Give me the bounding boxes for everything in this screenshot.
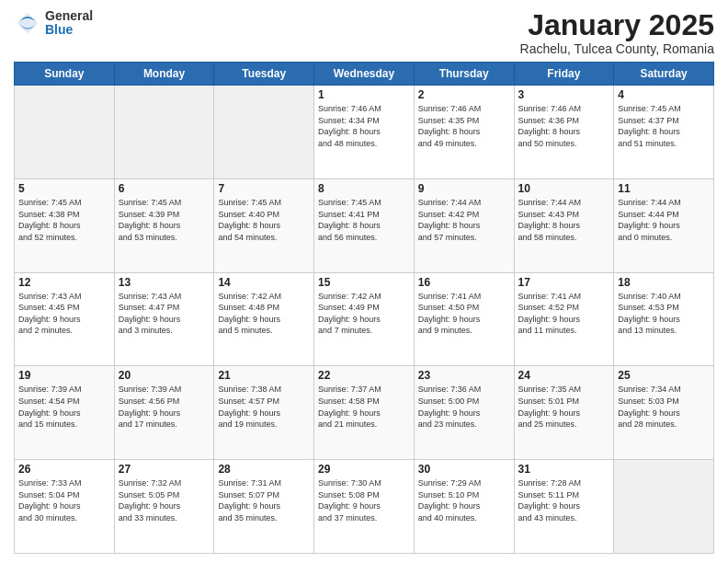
calendar-cell: 21Sunrise: 7:38 AMSunset: 4:57 PMDayligh… xyxy=(214,366,314,460)
day-number: 2 xyxy=(418,88,510,101)
day-info: Sunrise: 7:45 AMSunset: 4:40 PMDaylight:… xyxy=(218,197,310,243)
calendar-cell: 18Sunrise: 7:40 AMSunset: 4:53 PMDayligh… xyxy=(614,272,714,366)
day-info: Sunrise: 7:44 AMSunset: 4:44 PMDaylight:… xyxy=(618,197,710,243)
day-number: 5 xyxy=(18,182,110,195)
calendar-cell: 13Sunrise: 7:43 AMSunset: 4:47 PMDayligh… xyxy=(114,272,214,366)
calendar-cell: 7Sunrise: 7:45 AMSunset: 4:40 PMDaylight… xyxy=(214,178,314,272)
day-info: Sunrise: 7:40 AMSunset: 4:53 PMDaylight:… xyxy=(618,291,710,337)
calendar-cell: 15Sunrise: 7:42 AMSunset: 4:49 PMDayligh… xyxy=(314,272,415,366)
header-saturday: Saturday xyxy=(614,63,714,86)
calendar-cell: 12Sunrise: 7:43 AMSunset: 4:45 PMDayligh… xyxy=(15,272,115,366)
day-info: Sunrise: 7:35 AMSunset: 5:01 PMDaylight:… xyxy=(518,384,610,430)
calendar-cell: 9Sunrise: 7:44 AMSunset: 4:42 PMDaylight… xyxy=(414,178,514,272)
day-info: Sunrise: 7:41 AMSunset: 4:50 PMDaylight:… xyxy=(418,291,510,337)
calendar-cell: 29Sunrise: 7:30 AMSunset: 5:08 PMDayligh… xyxy=(314,460,415,554)
day-info: Sunrise: 7:43 AMSunset: 4:45 PMDaylight:… xyxy=(18,291,110,337)
week-row-2: 5Sunrise: 7:45 AMSunset: 4:38 PMDaylight… xyxy=(15,178,714,272)
calendar-cell xyxy=(114,86,214,179)
week-row-3: 12Sunrise: 7:43 AMSunset: 4:45 PMDayligh… xyxy=(15,272,714,366)
calendar-cell: 4Sunrise: 7:45 AMSunset: 4:37 PMDaylight… xyxy=(614,86,714,179)
calendar-table: Sunday Monday Tuesday Wednesday Thursday… xyxy=(14,62,714,554)
day-info: Sunrise: 7:46 AMSunset: 4:34 PMDaylight:… xyxy=(318,103,410,149)
day-number: 31 xyxy=(518,463,610,476)
day-info: Sunrise: 7:45 AMSunset: 4:38 PMDaylight:… xyxy=(18,197,110,243)
week-row-4: 19Sunrise: 7:39 AMSunset: 4:54 PMDayligh… xyxy=(15,366,714,460)
day-number: 15 xyxy=(318,276,410,289)
calendar-cell: 8Sunrise: 7:45 AMSunset: 4:41 PMDaylight… xyxy=(314,178,415,272)
calendar-cell: 5Sunrise: 7:45 AMSunset: 4:38 PMDaylight… xyxy=(15,178,115,272)
logo-icon xyxy=(14,9,41,37)
header-wednesday: Wednesday xyxy=(314,63,415,86)
day-info: Sunrise: 7:45 AMSunset: 4:41 PMDaylight:… xyxy=(318,197,410,243)
calendar-cell: 17Sunrise: 7:41 AMSunset: 4:52 PMDayligh… xyxy=(514,272,614,366)
calendar-cell: 31Sunrise: 7:28 AMSunset: 5:11 PMDayligh… xyxy=(514,460,614,554)
day-number: 26 xyxy=(18,463,110,476)
day-number: 24 xyxy=(518,369,610,382)
day-number: 12 xyxy=(18,276,110,289)
day-number: 28 xyxy=(218,463,310,476)
day-number: 9 xyxy=(418,182,510,195)
day-info: Sunrise: 7:45 AMSunset: 4:39 PMDaylight:… xyxy=(119,197,210,243)
calendar-cell: 20Sunrise: 7:39 AMSunset: 4:56 PMDayligh… xyxy=(114,366,214,460)
day-number: 1 xyxy=(318,88,410,101)
week-row-5: 26Sunrise: 7:33 AMSunset: 5:04 PMDayligh… xyxy=(15,460,714,554)
day-number: 18 xyxy=(618,276,710,289)
header-monday: Monday xyxy=(114,63,214,86)
day-number: 23 xyxy=(418,369,510,382)
calendar-cell: 24Sunrise: 7:35 AMSunset: 5:01 PMDayligh… xyxy=(514,366,614,460)
calendar-cell: 6Sunrise: 7:45 AMSunset: 4:39 PMDaylight… xyxy=(114,178,214,272)
calendar-cell: 19Sunrise: 7:39 AMSunset: 4:54 PMDayligh… xyxy=(15,366,115,460)
day-number: 16 xyxy=(418,276,510,289)
day-info: Sunrise: 7:43 AMSunset: 4:47 PMDaylight:… xyxy=(119,291,210,337)
header-tuesday: Tuesday xyxy=(214,63,314,86)
day-number: 7 xyxy=(218,182,310,195)
day-number: 20 xyxy=(119,369,210,382)
calendar-cell: 30Sunrise: 7:29 AMSunset: 5:10 PMDayligh… xyxy=(414,460,514,554)
day-info: Sunrise: 7:29 AMSunset: 5:10 PMDaylight:… xyxy=(418,477,510,523)
calendar-cell: 2Sunrise: 7:46 AMSunset: 4:35 PMDaylight… xyxy=(414,86,514,179)
weekday-header-row: Sunday Monday Tuesday Wednesday Thursday… xyxy=(15,63,714,86)
day-info: Sunrise: 7:37 AMSunset: 4:58 PMDaylight:… xyxy=(318,384,410,430)
logo: General Blue xyxy=(14,9,93,38)
calendar-cell: 1Sunrise: 7:46 AMSunset: 4:34 PMDaylight… xyxy=(314,86,415,179)
calendar-cell: 3Sunrise: 7:46 AMSunset: 4:36 PMDaylight… xyxy=(514,86,614,179)
day-info: Sunrise: 7:42 AMSunset: 4:49 PMDaylight:… xyxy=(318,291,410,337)
day-number: 30 xyxy=(418,463,510,476)
location: Rachelu, Tulcea County, Romania xyxy=(520,41,714,56)
calendar-cell xyxy=(214,86,314,179)
day-info: Sunrise: 7:39 AMSunset: 4:54 PMDaylight:… xyxy=(18,384,110,430)
svg-marker-0 xyxy=(17,13,39,34)
day-info: Sunrise: 7:34 AMSunset: 5:03 PMDaylight:… xyxy=(618,384,710,430)
page: General Blue January 2025 Rachelu, Tulce… xyxy=(0,0,728,563)
day-info: Sunrise: 7:45 AMSunset: 4:37 PMDaylight:… xyxy=(618,103,710,149)
calendar-cell: 11Sunrise: 7:44 AMSunset: 4:44 PMDayligh… xyxy=(614,178,714,272)
calendar-cell: 22Sunrise: 7:37 AMSunset: 4:58 PMDayligh… xyxy=(314,366,415,460)
calendar-cell xyxy=(614,460,714,554)
logo-blue-text: Blue xyxy=(45,23,93,37)
calendar-cell: 27Sunrise: 7:32 AMSunset: 5:05 PMDayligh… xyxy=(114,460,214,554)
calendar-cell: 28Sunrise: 7:31 AMSunset: 5:07 PMDayligh… xyxy=(214,460,314,554)
day-info: Sunrise: 7:39 AMSunset: 4:56 PMDaylight:… xyxy=(119,384,210,430)
calendar-cell: 26Sunrise: 7:33 AMSunset: 5:04 PMDayligh… xyxy=(15,460,115,554)
day-info: Sunrise: 7:38 AMSunset: 4:57 PMDaylight:… xyxy=(218,384,310,430)
week-row-1: 1Sunrise: 7:46 AMSunset: 4:34 PMDaylight… xyxy=(15,86,714,179)
day-number: 11 xyxy=(618,182,710,195)
day-number: 14 xyxy=(218,276,310,289)
logo-text: General Blue xyxy=(45,9,93,38)
day-info: Sunrise: 7:28 AMSunset: 5:11 PMDaylight:… xyxy=(518,477,610,523)
day-info: Sunrise: 7:42 AMSunset: 4:48 PMDaylight:… xyxy=(218,291,310,337)
header-friday: Friday xyxy=(514,63,614,86)
day-info: Sunrise: 7:41 AMSunset: 4:52 PMDaylight:… xyxy=(518,291,610,337)
month-title: January 2025 xyxy=(520,9,714,41)
day-info: Sunrise: 7:44 AMSunset: 4:42 PMDaylight:… xyxy=(418,197,510,243)
day-number: 17 xyxy=(518,276,610,289)
header-sunday: Sunday xyxy=(15,63,115,86)
day-number: 13 xyxy=(119,276,210,289)
day-info: Sunrise: 7:33 AMSunset: 5:04 PMDaylight:… xyxy=(18,477,110,523)
logo-general-text: General xyxy=(45,9,93,23)
calendar-cell: 14Sunrise: 7:42 AMSunset: 4:48 PMDayligh… xyxy=(214,272,314,366)
day-number: 6 xyxy=(119,182,210,195)
calendar-cell: 25Sunrise: 7:34 AMSunset: 5:03 PMDayligh… xyxy=(614,366,714,460)
day-number: 27 xyxy=(119,463,210,476)
day-number: 22 xyxy=(318,369,410,382)
